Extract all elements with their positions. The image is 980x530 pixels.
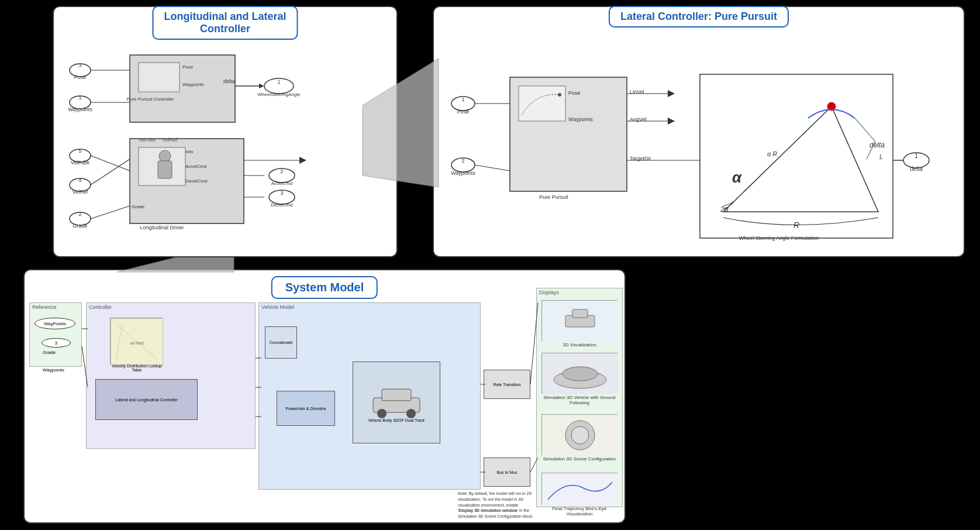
svg-text:2: 2 bbox=[78, 211, 81, 217]
grade-label: Grade bbox=[43, 350, 56, 355]
waypoints-bottom-label: Waypoints bbox=[43, 367, 64, 373]
svg-text:Pose: Pose bbox=[457, 109, 470, 115]
3d-vehicle-svg bbox=[542, 353, 618, 394]
svg-text:Waypoints: Waypoints bbox=[568, 116, 593, 122]
svg-point-2 bbox=[70, 64, 91, 77]
svg-text:5: 5 bbox=[78, 148, 81, 154]
svg-point-103 bbox=[563, 367, 598, 381]
svg-text:1: 1 bbox=[277, 79, 280, 85]
svg-text:Pose: Pose bbox=[74, 74, 87, 80]
display-3d-scene bbox=[541, 414, 617, 455]
svg-text:Pure Pursuit Controller: Pure Pursuit Controller bbox=[127, 97, 174, 102]
lateral-diagram-svg: 1 Pose 2 Waypoints Pose Waypoints Pure P… bbox=[434, 25, 964, 256]
panel-longitudinal-lateral: Longitudinal and Lateral Controller 3 Po… bbox=[53, 6, 398, 257]
svg-text:AngVel: AngVel bbox=[630, 116, 647, 122]
svg-rect-18 bbox=[139, 63, 180, 92]
3d-scene-svg bbox=[542, 415, 618, 456]
svg-text:Waypoints: Waypoints bbox=[451, 170, 475, 176]
svg-point-14 bbox=[70, 212, 91, 225]
panel-title-lateral: Lateral Controller: Pure Pursuit bbox=[609, 6, 789, 27]
svg-marker-77 bbox=[723, 106, 878, 212]
svg-text:Grade: Grade bbox=[132, 204, 145, 209]
svg-text:delta: delta bbox=[223, 78, 235, 84]
controller-box: Controller Lateral and Longitudinal Cont… bbox=[86, 302, 256, 449]
svg-text:VelFdbk: VelFdbk bbox=[71, 160, 90, 166]
svg-point-57 bbox=[451, 158, 475, 172]
displays-label: Displays bbox=[539, 290, 559, 295]
2d-viz-svg bbox=[542, 301, 618, 342]
svg-text:2: 2 bbox=[461, 158, 464, 164]
vehicle-body-block: Vehicle Body 3DOF Dual Track bbox=[353, 362, 440, 443]
svg-point-78 bbox=[827, 102, 836, 111]
svg-rect-17 bbox=[130, 55, 235, 122]
svg-rect-107 bbox=[542, 473, 618, 505]
svg-text:DecelCmd: DecelCmd bbox=[185, 178, 207, 184]
svg-text:DecelCmd: DecelCmd bbox=[271, 202, 292, 208]
note-text: Note: By default, the model will run in … bbox=[458, 491, 534, 519]
bus-to-mux-block: Bus to Mux bbox=[484, 457, 530, 487]
svg-text:R: R bbox=[793, 221, 799, 230]
display-3d-scene-label: Simulation 3D Scene Configuration bbox=[541, 456, 617, 462]
svg-text:2α: 2α bbox=[720, 205, 729, 214]
svg-point-62 bbox=[558, 93, 561, 97]
svg-point-8 bbox=[70, 149, 91, 162]
vehicle-model-label: Vehicle Model bbox=[261, 304, 294, 310]
svg-text:Waypoints: Waypoints bbox=[68, 106, 92, 112]
svg-line-74 bbox=[475, 165, 510, 171]
display-trajectory-label: Final Trajectory Bird's-Eye Visualizatio… bbox=[541, 506, 617, 517]
panel-title-system: System Model bbox=[271, 276, 378, 299]
svg-text:TargetDir: TargetDir bbox=[630, 156, 651, 161]
panel-lateral-pure-pursuit: Lateral Controller: Pure Pursuit 1 Pose … bbox=[433, 6, 965, 257]
main-container: Longitudinal and Lateral Controller 3 Po… bbox=[0, 0, 980, 530]
svg-text:Pure Pursuit: Pure Pursuit bbox=[539, 194, 568, 200]
trajectory-svg bbox=[542, 473, 618, 505]
svg-text:α   R: α R bbox=[767, 150, 777, 157]
display-2d-viz bbox=[541, 300, 617, 341]
svg-text:AccelCmd: AccelCmd bbox=[271, 181, 292, 186]
svg-point-86 bbox=[903, 153, 929, 168]
svg-line-39 bbox=[91, 156, 130, 171]
long-lat-diagram-svg: 3 Pose 1 Waypoints 5 VelFdbk 4 VelRef 2 … bbox=[54, 25, 396, 256]
svg-text:delta: delta bbox=[910, 166, 923, 172]
svg-point-24 bbox=[264, 78, 294, 94]
svg-line-40 bbox=[91, 159, 130, 185]
svg-text:4: 4 bbox=[78, 177, 81, 183]
powertrain-block: Powertrain & Driveline bbox=[277, 391, 335, 426]
display-2d-label: 2D Visualization bbox=[541, 342, 617, 347]
svg-marker-70 bbox=[668, 90, 675, 97]
velocity-lookup-svg: vel field bbox=[111, 318, 163, 365]
svg-marker-72 bbox=[668, 118, 675, 125]
svg-rect-95 bbox=[382, 389, 411, 401]
svg-line-41 bbox=[91, 206, 130, 219]
svg-text:Pose: Pose bbox=[182, 64, 194, 70]
svg-point-97 bbox=[406, 409, 416, 418]
svg-rect-30 bbox=[139, 147, 185, 185]
svg-rect-29 bbox=[130, 139, 244, 223]
svg-text:2: 2 bbox=[280, 168, 283, 174]
svg-text:1: 1 bbox=[461, 97, 464, 102]
svg-text:VelFdbk: VelFdbk bbox=[139, 137, 156, 143]
display-3d-vehicle-label: Simulation 3D Vehicle with Ground Follow… bbox=[541, 395, 617, 405]
velocity-lookup-block: vel field Velocity Distribution Lookup T… bbox=[110, 318, 163, 364]
svg-marker-46 bbox=[299, 157, 306, 164]
rate-transition-block: Rate Transition bbox=[484, 370, 530, 399]
svg-text:3: 3 bbox=[78, 63, 81, 68]
svg-text:Longitudinal Driver: Longitudinal Driver bbox=[140, 225, 184, 230]
panel-title-longitudinal-lateral: Longitudinal and Lateral Controller bbox=[152, 6, 298, 40]
concatenate-block: Concatenate bbox=[265, 326, 297, 359]
svg-text:vel field: vel field bbox=[130, 341, 144, 345]
svg-text:Waypoints: Waypoints bbox=[182, 82, 204, 87]
displays-box: Displays 2D Visualization Simulat bbox=[536, 288, 623, 507]
svg-rect-100 bbox=[572, 309, 588, 318]
svg-text:delta: delta bbox=[869, 141, 885, 149]
display-trajectory bbox=[541, 473, 617, 505]
svg-point-96 bbox=[377, 409, 387, 418]
svg-rect-76 bbox=[700, 74, 893, 238]
svg-text:Wheel Steering Angle Formulati: Wheel Steering Angle Formulation bbox=[739, 235, 819, 241]
display-3d-vehicle bbox=[541, 353, 617, 394]
svg-text:1: 1 bbox=[915, 153, 918, 159]
grade-block: 3 bbox=[42, 338, 71, 347]
reference-label: Reference bbox=[32, 304, 57, 310]
svg-rect-32 bbox=[158, 161, 172, 178]
svg-text:WheelSteeringAngle: WheelSteeringAngle bbox=[258, 92, 301, 97]
